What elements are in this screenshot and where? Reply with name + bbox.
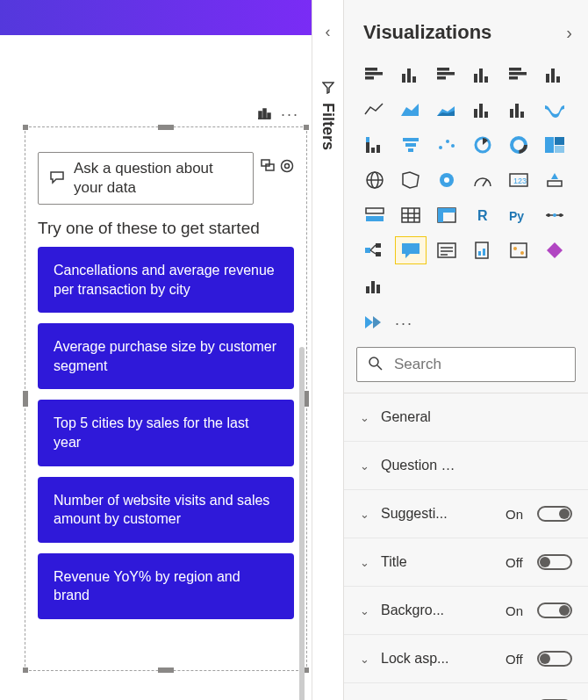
- resize-handle-top[interactable]: [158, 125, 174, 130]
- score-card-icon[interactable]: [504, 237, 534, 263]
- azure-map-icon[interactable]: [432, 167, 462, 193]
- svg-rect-11: [402, 74, 405, 83]
- format-group-lock-asp-[interactable]: ⌄ Lock asp... Off: [344, 635, 588, 683]
- svg-line-92: [377, 365, 382, 370]
- svg-rect-83: [478, 251, 481, 256]
- related-visuals-icon[interactable]: [261, 159, 275, 176]
- stacked-bar-chart-icon[interactable]: [360, 61, 390, 88]
- power-automate-icon[interactable]: [363, 314, 383, 333]
- 100-stacked-column-chart-icon[interactable]: [540, 61, 570, 88]
- svg-point-6: [285, 164, 290, 169]
- toggle-state-label: Off: [506, 652, 530, 667]
- suggestions-list: Cancellations and average revenue per tr…: [25, 247, 306, 660]
- format-properties-list: ⌄ General ⌄ Question field ⌄ Suggesti...…: [344, 393, 588, 700]
- resize-corner-tr[interactable]: [304, 125, 309, 130]
- funnel-chart-icon[interactable]: [396, 132, 426, 158]
- collapse-viz-icon[interactable]: ›: [566, 23, 572, 43]
- svg-text:123: 123: [513, 177, 527, 185]
- clustered-column-chart-icon[interactable]: [468, 61, 498, 88]
- format-group-border[interactable]: ⌄ Border Off: [344, 683, 588, 700]
- suggestion-item[interactable]: Average purchase size by customer segmen…: [38, 323, 294, 389]
- qna-visual-container[interactable]: Ask a question about your data Try one o…: [25, 126, 307, 671]
- decomposition-tree-icon[interactable]: [360, 237, 390, 263]
- format-group-backgro-[interactable]: ⌄ Backgro... On: [344, 587, 588, 635]
- svg-point-52: [444, 177, 449, 183]
- line-clustered-column-icon[interactable]: [468, 97, 498, 123]
- table-icon[interactable]: [396, 202, 426, 228]
- chevron-down-icon: ⌄: [360, 411, 372, 424]
- qna-visual-icon[interactable]: [396, 237, 426, 263]
- gauge-icon[interactable]: [468, 167, 498, 193]
- svg-rect-31: [520, 112, 524, 118]
- resize-corner-bl[interactable]: [23, 668, 28, 673]
- format-group-general[interactable]: ⌄ General: [344, 393, 588, 442]
- svg-rect-15: [437, 72, 455, 76]
- map-icon[interactable]: [360, 167, 390, 193]
- format-group-suggesti-[interactable]: ⌄ Suggesti... On: [344, 490, 588, 538]
- matrix-icon[interactable]: [432, 202, 462, 228]
- slicer-icon[interactable]: [360, 202, 390, 228]
- power-apps-icon[interactable]: [540, 237, 570, 263]
- more-options-icon[interactable]: ···: [281, 105, 299, 124]
- key-influencers-icon[interactable]: [540, 202, 570, 228]
- suggestion-item[interactable]: Top 5 cities by sales for the last year: [38, 400, 294, 465]
- toggle-switch[interactable]: [537, 603, 572, 618]
- line-stacked-column-icon[interactable]: [504, 97, 534, 123]
- toggle-switch[interactable]: [537, 651, 572, 667]
- treemap-icon[interactable]: [540, 132, 570, 158]
- format-search[interactable]: [356, 347, 576, 382]
- filters-label[interactable]: Filters: [319, 82, 337, 150]
- clustered-bar-chart-icon[interactable]: [432, 61, 462, 88]
- toggle-switch[interactable]: [537, 506, 572, 522]
- suggestion-item[interactable]: Number of website visits and sales amoun…: [38, 477, 294, 543]
- stacked-column-chart-icon[interactable]: [396, 61, 426, 88]
- kpi-icon[interactable]: [540, 167, 570, 193]
- svg-rect-28: [484, 112, 488, 118]
- python-visual-icon[interactable]: Py: [504, 202, 534, 228]
- format-search-input[interactable]: [392, 355, 564, 374]
- narrative-icon[interactable]: [432, 237, 462, 263]
- suggestion-item[interactable]: Revenue YoY% by region and brand: [38, 553, 294, 619]
- card-icon[interactable]: 123: [504, 167, 534, 193]
- svg-text:R: R: [477, 208, 488, 223]
- visualization-icon-grid: 123RPy: [344, 56, 588, 313]
- svg-point-70: [547, 213, 550, 217]
- qna-ask-input[interactable]: Ask a question about your data: [38, 152, 254, 205]
- resize-corner-tl[interactable]: [23, 125, 28, 130]
- svg-rect-57: [366, 208, 384, 213]
- more-visuals-icon[interactable]: ···: [395, 314, 413, 333]
- svg-rect-8: [365, 68, 377, 71]
- svg-rect-47: [555, 146, 564, 153]
- gear-icon[interactable]: [280, 159, 294, 176]
- filled-map-icon[interactable]: [396, 167, 426, 193]
- ribbon-chart-icon[interactable]: [540, 97, 570, 123]
- area-chart-icon[interactable]: [396, 97, 426, 123]
- stacked-area-chart-icon[interactable]: [432, 97, 462, 123]
- visual-type-icon: [256, 106, 272, 123]
- svg-point-91: [369, 357, 378, 366]
- resize-handle-left[interactable]: [23, 391, 28, 407]
- resize-handle-bottom[interactable]: [158, 668, 174, 673]
- svg-rect-85: [511, 243, 527, 257]
- scatter-chart-icon[interactable]: [432, 132, 462, 158]
- donut-chart-icon[interactable]: [504, 132, 534, 158]
- format-group-question-field[interactable]: ⌄ Question field: [344, 442, 588, 490]
- suggestion-item[interactable]: Cancellations and average revenue per tr…: [38, 247, 294, 313]
- expand-filters-icon[interactable]: ‹: [326, 23, 331, 41]
- line-chart-icon[interactable]: [360, 97, 390, 123]
- suggestions-scrollbar[interactable]: [299, 347, 305, 700]
- svg-point-87: [520, 251, 524, 255]
- svg-point-7: [282, 161, 293, 172]
- power-automate-icon[interactable]: [360, 272, 390, 299]
- 100-stacked-bar-chart-icon[interactable]: [504, 61, 534, 88]
- svg-rect-24: [551, 69, 555, 83]
- pie-chart-icon[interactable]: [468, 132, 498, 158]
- format-group-title[interactable]: ⌄ Title Off: [344, 538, 588, 587]
- r-visual-icon[interactable]: R: [468, 202, 498, 228]
- toggle-switch[interactable]: [537, 554, 572, 570]
- chevron-down-icon: ⌄: [360, 653, 372, 666]
- toggle-state-label: On: [506, 507, 530, 522]
- paginated-report-icon[interactable]: [468, 237, 498, 263]
- waterfall-chart-icon[interactable]: [360, 132, 390, 158]
- svg-rect-34: [376, 145, 380, 153]
